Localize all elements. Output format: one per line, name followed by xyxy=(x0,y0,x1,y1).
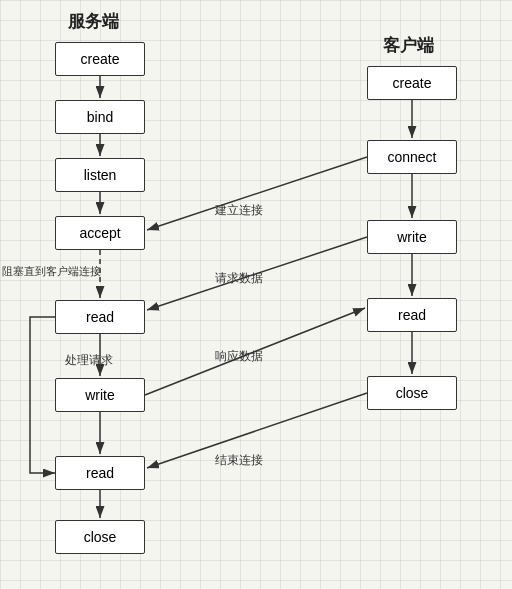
server-listen-box: listen xyxy=(55,158,145,192)
server-read1-box: read xyxy=(55,300,145,334)
server-close-box: close xyxy=(55,520,145,554)
client-connect-box: connect xyxy=(367,140,457,174)
ann-block: 阻塞直到客户端连接 xyxy=(2,264,101,279)
client-read-box: read xyxy=(367,298,457,332)
svg-line-13 xyxy=(147,157,367,230)
ann-request: 请求数据 xyxy=(215,270,263,287)
server-accept-box: accept xyxy=(55,216,145,250)
ann-response: 响应数据 xyxy=(215,348,263,365)
client-write-box: write xyxy=(367,220,457,254)
client-close-box: close xyxy=(367,376,457,410)
server-write-box: write xyxy=(55,378,145,412)
client-create-box: create xyxy=(367,66,457,100)
ann-establish: 建立连接 xyxy=(215,202,263,219)
ann-end: 结束连接 xyxy=(215,452,263,469)
server-bind-box: bind xyxy=(55,100,145,134)
server-read2-box: read xyxy=(55,456,145,490)
client-title: 客户端 xyxy=(383,34,434,57)
ann-handle: 处理请求 xyxy=(65,352,113,369)
server-title: 服务端 xyxy=(68,10,119,33)
server-create-box: create xyxy=(55,42,145,76)
